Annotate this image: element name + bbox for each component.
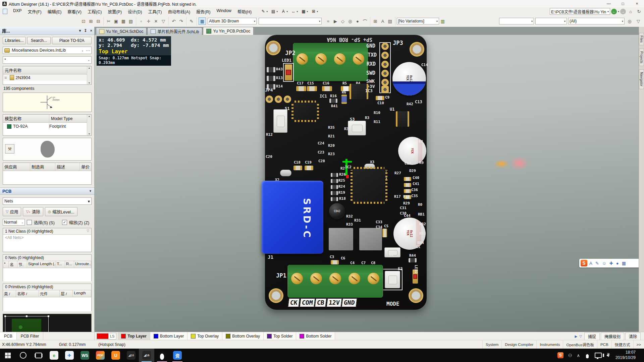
- draw-icon[interactable]: ✎: [188, 18, 195, 24]
- component-icon[interactable]: ▤: [387, 18, 393, 24]
- donut-icon[interactable]: ◎: [347, 18, 354, 24]
- filter-combo-2[interactable]: ▾: [535, 18, 567, 24]
- tab-pcb-filter[interactable]: PCB Filter: [17, 332, 44, 340]
- w5-app[interactable]: W5: [77, 349, 93, 362]
- select-checkbox[interactable]: [27, 220, 32, 225]
- layer-stack-icon[interactable]: ▤▾: [269, 8, 279, 14]
- status-btn-Instruments[interactable]: Instruments: [536, 340, 563, 349]
- status-btn->>[interactable]: >>: [633, 340, 644, 349]
- qq-tray-icon[interactable]: [585, 352, 590, 358]
- pdf-reader[interactable]: PDF: [93, 349, 108, 362]
- string-icon[interactable]: A: [379, 18, 386, 24]
- primitives-col[interactable]: 层 /: [60, 290, 73, 297]
- menu-item-编辑(E)[interactable]: 编辑(E): [45, 7, 65, 16]
- paste-icon[interactable]: ▦: [120, 18, 127, 24]
- network-icon[interactable]: [595, 353, 602, 358]
- mic-icon[interactable]: ●: [616, 261, 619, 266]
- forward-icon[interactable]: →: [620, 9, 626, 14]
- doc-tab-Yu Yin_PCB.PcbDoc[interactable]: Yu Yin_PCB.PcbDoc: [203, 27, 254, 35]
- status-btn-System[interactable]: System: [482, 340, 501, 349]
- nets-col[interactable]: T...: [56, 261, 65, 268]
- document-path-combo[interactable]: E:\PCB文件\语音播报器\Yu Yin_P(▾: [550, 8, 610, 15]
- keyboard-grid-icon[interactable]: ▦: [622, 261, 626, 266]
- collapse-icon[interactable]: ▾: [79, 28, 81, 33]
- layer-btn-捕捉[interactable]: 捕捉: [584, 333, 600, 340]
- primitives-col[interactable]: 元件: [39, 290, 60, 297]
- layer-tab-top-overlay[interactable]: Top Overlay: [187, 332, 222, 340]
- filter-combo-1[interactable]: ▾: [499, 18, 534, 24]
- component-row-2n3904[interactable]: ⊞ 2N3904: [3, 74, 91, 81]
- dock-tab-navigator[interactable]: Navigator: [639, 69, 644, 89]
- clear-funnel-icon[interactable]: ▽: [635, 18, 642, 24]
- sogou-logo-icon[interactable]: S: [581, 260, 587, 266]
- libraries-button[interactable]: Libraries...: [3, 37, 26, 44]
- pad-icon[interactable]: ●: [354, 18, 361, 24]
- maximize-button[interactable]: □: [616, 0, 630, 7]
- pin-icon[interactable]: ↧: [84, 28, 87, 33]
- handwrite-icon[interactable]: ✎: [595, 261, 599, 266]
- doc-tab-单片机外围元件.SchLib[interactable]: 单片机外围元件.SchLib: [147, 27, 202, 35]
- grid-icon[interactable]: ⊞▾: [310, 8, 319, 14]
- chevron-up-icon[interactable]: ∧: [577, 353, 580, 358]
- status-btn-快捷方式[interactable]: 快捷方式: [611, 340, 633, 349]
- dock-tab-files[interactable]: Files: [639, 33, 644, 45]
- search-button[interactable]: Search...: [27, 37, 51, 44]
- zoom-selection-icon[interactable]: ⊟: [95, 18, 102, 24]
- unnamed-combo[interactable]: ▾: [259, 18, 322, 24]
- variations-combo[interactable]: [No Variations]▾: [397, 18, 439, 24]
- place-component-button[interactable]: Place TO-92A: [52, 37, 92, 44]
- arc-icon[interactable]: ⌒: [362, 18, 368, 24]
- view-style-combo[interactable]: Altium 3D Brown▾: [208, 18, 257, 24]
- display-mode-combo[interactable]: Normal⌄: [3, 219, 25, 226]
- menu-item-放置(P)[interactable]: 放置(P): [105, 7, 125, 16]
- models-scrollbar[interactable]: ▲▼: [87, 115, 91, 135]
- models-list-header[interactable]: 模型名称 Model Type: [3, 115, 91, 123]
- cortana-search[interactable]: [15, 349, 31, 362]
- layer-btn-清除[interactable]: 清除: [625, 333, 641, 340]
- snap-options-icon[interactable]: ▶: [574, 335, 578, 338]
- zoom-area-icon[interactable]: ⊞: [88, 18, 94, 24]
- taskbar-clock[interactable]: 18:07 2019/10/29: [615, 350, 636, 360]
- people-icon[interactable]: ⚇: [568, 353, 572, 358]
- string-tool-icon[interactable]: A▾: [279, 8, 289, 14]
- home-icon[interactable]: ⌂: [627, 8, 634, 15]
- layer-set-selector[interactable]: LS: [97, 333, 116, 340]
- nets-col[interactable]: R...: [65, 261, 74, 268]
- layer-tab-bottom-solder[interactable]: Bottom Solder: [296, 332, 335, 340]
- primitives-col[interactable]: 名称 /: [16, 290, 39, 297]
- select-area-icon[interactable]: ▫: [138, 18, 145, 24]
- clear-button[interactable]: ▽× 清除: [23, 207, 43, 216]
- paste-special-icon[interactable]: ▧: [127, 18, 134, 24]
- apply-button[interactable]: ▽ 应用: [3, 207, 21, 216]
- zoom-level-button[interactable]: ◎ 缩放Level...: [45, 207, 77, 216]
- back-dropdown-icon[interactable]: ▾: [618, 10, 619, 13]
- task-view[interactable]: [31, 349, 46, 362]
- room-icon[interactable]: ▦▾: [300, 8, 309, 14]
- footprint-tool-icon[interactable]: ⚒: [5, 144, 14, 154]
- primitives-col[interactable]: 类 /: [3, 290, 16, 297]
- nets-col[interactable]: 节.: [17, 261, 27, 268]
- grid-icon[interactable]: ⊞: [372, 18, 379, 24]
- font-icon[interactable]: A: [589, 261, 592, 266]
- dimension-icon[interactable]: ↔▾: [289, 8, 299, 14]
- volume-icon[interactable]: [606, 354, 611, 357]
- net-class-item[interactable]: <All Nets>: [3, 235, 91, 241]
- status-btn-OpenBus调色板[interactable]: OpenBus调色板: [563, 340, 597, 349]
- sogou-tray-icon[interactable]: S: [557, 352, 564, 358]
- deselect-icon[interactable]: ✕: [153, 18, 159, 24]
- layer-tab-bottom-layer[interactable]: Bottom Layer: [150, 332, 187, 340]
- status-btn-PCB[interactable]: PCB: [597, 340, 611, 349]
- menu-item-察看(V)[interactable]: 察看(V): [64, 7, 85, 16]
- pcb-panel-header[interactable]: PCB▼: [0, 187, 94, 195]
- sogou-input-toolbar[interactable]: S A✎☺✚●▦: [579, 259, 639, 267]
- tools-icon[interactable]: ✚: [609, 261, 613, 266]
- menu-item-帮助(H)[interactable]: 帮助(H): [234, 7, 255, 16]
- browser-360[interactable]: e: [46, 349, 62, 362]
- nets-col[interactable]: 名: [9, 261, 17, 268]
- uc-browser[interactable]: U: [108, 349, 123, 362]
- components-scrollbar[interactable]: ▲▼: [87, 66, 91, 84]
- redo-icon[interactable]: ↷: [178, 18, 184, 24]
- menu-item-Window[interactable]: Window: [213, 7, 234, 16]
- nets-col[interactable]: Signal Length (...: [27, 261, 56, 268]
- menu-item-文件(F)[interactable]: 文件(F): [25, 7, 45, 16]
